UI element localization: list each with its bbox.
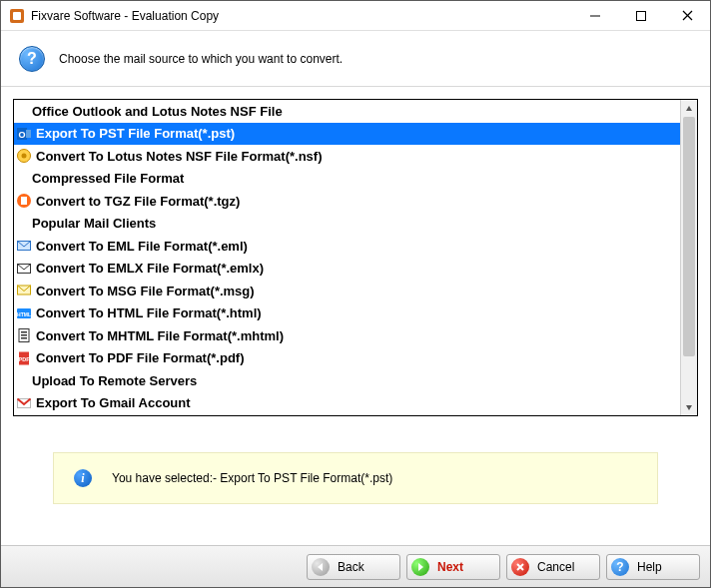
- list-item-label: Export To Gmail Account: [36, 395, 191, 410]
- scroll-thumb[interactable]: [683, 117, 695, 356]
- next-button-label: Next: [437, 560, 463, 574]
- eml-icon: [16, 238, 32, 254]
- lotus-icon: [16, 148, 32, 164]
- scroll-down-button[interactable]: [681, 398, 697, 415]
- list-header: Compressed File Format: [14, 168, 680, 191]
- list-item-label: Convert to TGZ File Format(*.tgz): [36, 194, 240, 209]
- close-button[interactable]: [664, 1, 710, 31]
- list-item[interactable]: Export To Gmail Account: [14, 392, 680, 415]
- cancel-button[interactable]: Cancel: [506, 554, 600, 580]
- selection-info-value: Export To PST File Format(*.pst): [220, 471, 392, 485]
- selection-info-text: You have selected:- Export To PST File F…: [112, 471, 392, 485]
- list-item[interactable]: Convert To MHTML File Format(*.mhtml): [14, 324, 680, 347]
- svg-text:HTML: HTML: [17, 311, 31, 317]
- window-title: Fixvare Software - Evaluation Copy: [31, 9, 219, 23]
- minimize-button[interactable]: [572, 1, 618, 31]
- list-item[interactable]: Convert To MSG File Format(*.msg): [14, 280, 680, 302]
- content-area: Office Outlook and Lotus Notes NSF FileO…: [1, 87, 710, 545]
- format-list: Office Outlook and Lotus Notes NSF FileO…: [13, 99, 698, 416]
- pdf-icon: PDF: [16, 350, 32, 366]
- tgz-icon: [16, 193, 32, 209]
- svg-point-10: [22, 154, 27, 159]
- back-button-label: Back: [338, 560, 364, 574]
- list-item-label: Convert To HTML File Format(*.html): [36, 305, 262, 320]
- svg-marker-25: [686, 106, 692, 111]
- help-button[interactable]: ? Help: [606, 554, 700, 580]
- list-header-label: Office Outlook and Lotus Notes NSF File: [32, 104, 283, 119]
- mhtml-icon: [16, 327, 32, 343]
- list-item[interactable]: Convert to TGZ File Format(*.tgz): [14, 190, 680, 213]
- svg-rect-3: [637, 11, 646, 20]
- maximize-button[interactable]: [618, 1, 664, 31]
- next-arrow-icon: [411, 558, 429, 576]
- svg-rect-21: [21, 337, 27, 339]
- scrollbar[interactable]: [680, 100, 697, 415]
- cancel-icon: [511, 558, 529, 576]
- app-icon: [9, 8, 25, 24]
- button-bar: Back Next Cancel ? Help: [1, 545, 710, 587]
- list-item-label: Export To PST File Format(*.pst): [36, 126, 235, 141]
- svg-rect-20: [21, 334, 27, 336]
- instruction-text: Choose the mail source to which you want…: [59, 52, 343, 66]
- svg-rect-19: [21, 331, 27, 333]
- list-header: Office Outlook and Lotus Notes NSF File: [14, 100, 680, 123]
- html-icon: HTML: [16, 305, 32, 321]
- list-header: Popular Mail Clients: [14, 213, 680, 236]
- list-item-label: Convert To MSG File Format(*.msg): [36, 284, 255, 298]
- info-icon: i: [74, 469, 92, 487]
- list-item-label: Convert To MHTML File Format(*.mhtml): [36, 328, 284, 343]
- list-header-label: Compressed File Format: [32, 171, 184, 186]
- list-header: Upload To Remote Servers: [14, 369, 680, 392]
- svg-rect-8: [26, 130, 31, 138]
- gmail-icon: [16, 395, 32, 411]
- list-item[interactable]: Convert To EMLX File Format(*.emlx): [14, 258, 680, 281]
- scroll-up-button[interactable]: [681, 100, 697, 117]
- help-button-label: Help: [637, 560, 662, 574]
- selection-info-bar: i You have selected:- Export To PST File…: [53, 452, 658, 504]
- next-button[interactable]: Next: [406, 554, 500, 580]
- svg-text:O: O: [18, 130, 25, 140]
- msg-icon: [16, 283, 32, 298]
- titlebar: Fixvare Software - Evaluation Copy: [1, 1, 710, 31]
- emlx-icon: [16, 261, 32, 277]
- back-arrow-icon: [312, 558, 330, 576]
- scroll-track[interactable]: [681, 117, 697, 398]
- list-item[interactable]: OExport To PST File Format(*.pst): [14, 123, 680, 146]
- outlook-icon: O: [16, 126, 32, 142]
- list-item-label: Convert To PDF File Format(*.pdf): [36, 350, 244, 365]
- format-list-body: Office Outlook and Lotus Notes NSF FileO…: [14, 100, 680, 415]
- instruction-row: ? Choose the mail source to which you wa…: [1, 31, 710, 87]
- svg-marker-27: [318, 563, 323, 571]
- list-item-label: Convert To EMLX File Format(*.emlx): [36, 261, 264, 276]
- cancel-button-label: Cancel: [537, 560, 574, 574]
- svg-rect-12: [21, 197, 27, 205]
- back-button[interactable]: Back: [307, 554, 400, 580]
- list-header-label: Popular Mail Clients: [32, 216, 156, 231]
- list-item-label: Convert To Lotus Notes NSF File Format(*…: [36, 149, 323, 164]
- list-item[interactable]: Convert To EML File Format(*.eml): [14, 235, 680, 258]
- svg-text:PDF: PDF: [19, 356, 31, 362]
- svg-rect-1: [13, 12, 21, 20]
- help-question-icon: ?: [611, 558, 629, 576]
- list-item[interactable]: Convert To Lotus Notes NSF File Format(*…: [14, 145, 680, 168]
- svg-marker-26: [686, 405, 692, 410]
- selection-info-prefix: You have selected:-: [112, 471, 220, 485]
- list-item[interactable]: HTMLConvert To HTML File Format(*.html): [14, 302, 680, 325]
- list-header-label: Upload To Remote Servers: [32, 373, 197, 388]
- window-controls: [572, 1, 710, 31]
- help-icon: ?: [19, 46, 45, 72]
- list-item-label: Convert To EML File Format(*.eml): [36, 239, 248, 254]
- list-item[interactable]: PDFConvert To PDF File Format(*.pdf): [14, 347, 680, 370]
- svg-marker-28: [418, 563, 423, 571]
